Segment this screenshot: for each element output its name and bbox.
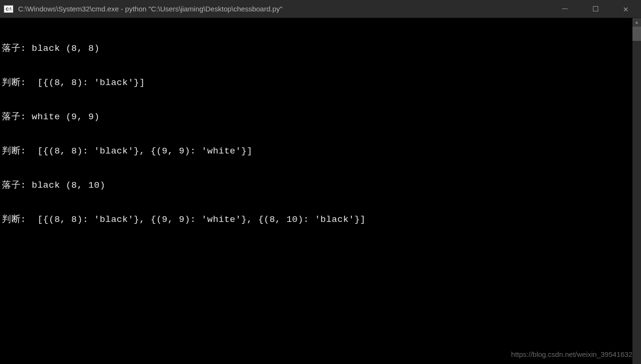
terminal-content[interactable]: 落子: black (8, 8) 判断: [{(8, 8): 'black'}]… xyxy=(0,18,632,364)
terminal-line: 落子: black (8, 8) xyxy=(2,43,631,54)
cmd-icon: C:\ xyxy=(4,5,13,13)
terminal-line: 判断: [{(8, 8): 'black'}, {(9, 9): 'white'… xyxy=(2,214,631,225)
window-controls: ✕ xyxy=(550,0,641,18)
scrollbar-up-button[interactable]: ▲ xyxy=(632,18,641,27)
close-icon: ✕ xyxy=(623,4,629,14)
chevron-up-icon: ▲ xyxy=(635,20,638,25)
scrollbar[interactable]: ▲ xyxy=(632,18,641,364)
minimize-button[interactable] xyxy=(550,0,580,18)
close-button[interactable]: ✕ xyxy=(611,0,641,18)
watermark: https://blog.csdn.net/weixin_39541632 xyxy=(511,350,632,358)
terminal-area: 落子: black (8, 8) 判断: [{(8, 8): 'black'}]… xyxy=(0,18,641,364)
titlebar: C:\ C:\Windows\System32\cmd.exe - python… xyxy=(0,0,641,18)
maximize-icon xyxy=(593,6,598,11)
scrollbar-thumb[interactable] xyxy=(632,27,641,41)
terminal-line: 判断: [{(8, 8): 'black'}] xyxy=(2,77,631,88)
terminal-line: 落子: black (8, 10) xyxy=(2,180,631,191)
terminal-line: 判断: [{(8, 8): 'black'}, {(9, 9): 'white'… xyxy=(2,145,631,157)
window-title: C:\Windows\System32\cmd.exe - python "C:… xyxy=(18,5,550,13)
maximize-button[interactable] xyxy=(580,0,611,18)
terminal-line: 落子: white (9, 9) xyxy=(2,111,631,123)
minimize-icon xyxy=(562,9,568,9)
